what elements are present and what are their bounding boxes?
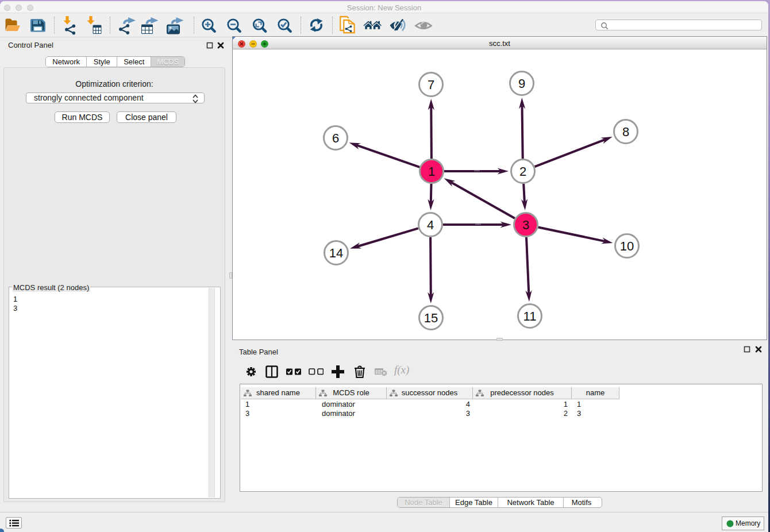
svg-text:9: 9 xyxy=(518,76,525,91)
svg-text:8: 8 xyxy=(622,125,629,139)
svg-text:7: 7 xyxy=(428,78,434,92)
svg-text:10: 10 xyxy=(620,239,634,253)
svg-text:1: 1 xyxy=(428,164,435,179)
svg-text:11: 11 xyxy=(523,309,537,323)
svg-text:4: 4 xyxy=(427,218,434,232)
svg-text:3: 3 xyxy=(522,218,529,232)
svg-text:6: 6 xyxy=(332,131,339,145)
svg-text:14: 14 xyxy=(329,246,343,260)
svg-text:2: 2 xyxy=(519,164,526,179)
svg-text:15: 15 xyxy=(424,311,438,325)
